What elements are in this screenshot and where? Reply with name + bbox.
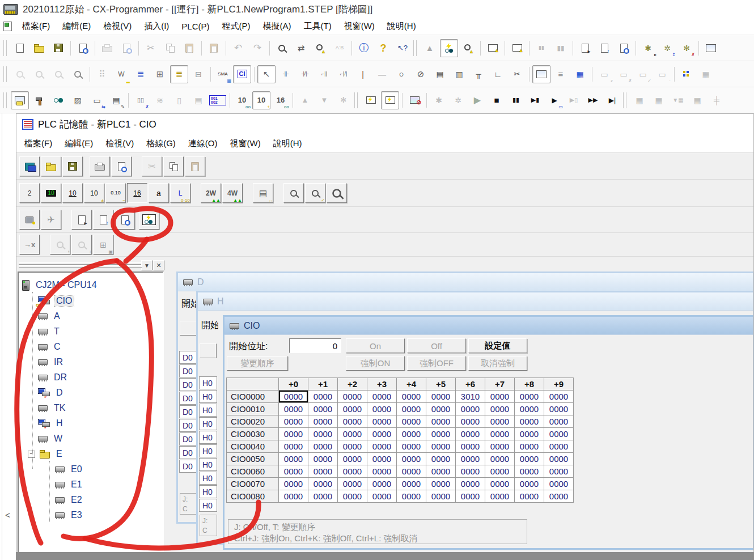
memory-cell[interactable]: 0000 bbox=[397, 453, 426, 465]
memory-cell[interactable]: 0000 bbox=[515, 465, 544, 478]
menu-item-3[interactable]: 檢視(V) bbox=[100, 137, 139, 151]
address-find-button[interactable]: ⊞▣ bbox=[93, 235, 113, 254]
cross-reference-button[interactable]: ▨ bbox=[69, 91, 87, 109]
pause-sim-button[interactable]: ▮▮ bbox=[507, 91, 525, 109]
address-reference-button[interactable]: ▭⇆ bbox=[88, 91, 106, 109]
memory-cell[interactable]: 0000 bbox=[367, 403, 397, 415]
plc-memory-titlebar[interactable]: PLC 記憶體 - 新PLC1 - CIO bbox=[16, 114, 753, 134]
collapse-toggle-icon[interactable]: − bbox=[28, 451, 35, 458]
memory-cell-stub[interactable]: D0 bbox=[179, 378, 197, 391]
memory-cell[interactable]: 0000 bbox=[397, 415, 426, 428]
menu-item-6[interactable]: 視窗(W) bbox=[224, 137, 266, 151]
menu-item-6[interactable]: 程式(P) bbox=[217, 19, 256, 33]
memory-cell[interactable]: 0000 bbox=[485, 428, 515, 440]
memory-cell[interactable]: 0000 bbox=[426, 428, 456, 440]
memory-cell[interactable]: 0000 bbox=[456, 453, 485, 465]
cut-button[interactable]: ✂ bbox=[142, 39, 160, 57]
memory-cell[interactable]: 0000 bbox=[485, 403, 515, 415]
debug-mode-button[interactable] bbox=[484, 39, 502, 57]
menu-item-4[interactable]: 插入(I) bbox=[138, 19, 175, 33]
verify-button[interactable] bbox=[615, 39, 633, 57]
new-closed-or-contact-button[interactable]: ⌐|/| bbox=[334, 65, 353, 83]
copy-button[interactable] bbox=[161, 39, 179, 57]
memory-cell[interactable]: 0000 bbox=[515, 490, 544, 503]
binary-display-button[interactable]: 001 002 bbox=[209, 91, 227, 109]
memory-cell[interactable]: 0000 bbox=[308, 440, 338, 453]
memory-cell[interactable]: 0000 bbox=[338, 478, 367, 490]
memory-cell[interactable]: 0000 bbox=[397, 440, 426, 453]
memory-cell[interactable]: 0000 bbox=[456, 415, 485, 428]
memory-cell[interactable]: 0000 bbox=[456, 428, 485, 440]
text-button[interactable]: a bbox=[149, 183, 169, 203]
memory-cell[interactable]: 0000 bbox=[308, 391, 338, 403]
memory-cell[interactable]: 0000 bbox=[338, 403, 367, 415]
close-panel-button[interactable]: ✕ bbox=[153, 260, 164, 270]
memory-cell[interactable]: 0000 bbox=[367, 465, 397, 478]
memory-cell[interactable]: 0000 bbox=[426, 465, 456, 478]
memory-cell-stub[interactable]: D0 bbox=[179, 432, 197, 446]
menu-item-1[interactable]: 檔案(F) bbox=[16, 19, 56, 33]
memory-cell[interactable]: 0000 bbox=[485, 465, 515, 478]
menu-item-7[interactable]: 模擬(A) bbox=[257, 19, 297, 33]
memory-cell[interactable]: 0000 bbox=[367, 478, 397, 490]
workspace-toggle-button[interactable] bbox=[11, 91, 29, 109]
help-button[interactable]: ? bbox=[374, 39, 392, 57]
row-label[interactable]: CIO0030 bbox=[227, 428, 279, 440]
memory-cell[interactable]: 0000 bbox=[515, 453, 544, 465]
monitor-button[interactable] bbox=[139, 210, 159, 230]
context-help-button[interactable]: ↖? bbox=[393, 39, 412, 57]
menu-item-5[interactable]: PLC(P) bbox=[176, 20, 215, 33]
switch-memory-view-button[interactable] bbox=[19, 156, 40, 176]
tree-item-h[interactable]: ✓H bbox=[38, 417, 65, 430]
new-closed-contact-button[interactable]: -|/|- bbox=[296, 65, 314, 83]
binary-button[interactable]: 2 bbox=[19, 183, 40, 203]
tree-root-cpu[interactable]: CJ2M - CPU14 bbox=[22, 278, 99, 292]
new-block-button[interactable]: ╥ bbox=[469, 65, 488, 83]
transfer-to-plc-button[interactable] bbox=[71, 210, 92, 230]
force-off-button[interactable]: ▼ bbox=[315, 91, 333, 109]
open-button[interactable] bbox=[30, 39, 48, 57]
memory-cell[interactable]: 0000 bbox=[456, 490, 485, 503]
on-button[interactable]: On bbox=[346, 338, 405, 353]
memory-cell[interactable]: 0000 bbox=[544, 478, 574, 490]
print-preview-button[interactable] bbox=[117, 39, 135, 57]
step-in-button[interactable]: ▶▭ bbox=[545, 91, 564, 109]
compile-check-button[interactable] bbox=[74, 39, 92, 57]
row-label[interactable]: CIO0070 bbox=[227, 478, 279, 490]
hex-button[interactable]: 16 bbox=[127, 183, 147, 203]
memory-cell[interactable]: 0000 bbox=[279, 403, 308, 415]
memory-cell[interactable]: 0000 bbox=[397, 391, 426, 403]
watch-window-button[interactable] bbox=[49, 91, 67, 109]
memory-cell[interactable]: 0000 bbox=[456, 440, 485, 453]
ci-window-button[interactable]: CI bbox=[233, 65, 251, 83]
grid-toggle-button[interactable]: ⠿ bbox=[93, 65, 111, 83]
column-header[interactable]: +8 bbox=[515, 378, 544, 391]
plc-monitor-button[interactable] bbox=[362, 91, 380, 109]
work-online-button[interactable] bbox=[440, 39, 458, 57]
new-or-contact-button[interactable]: ⌐|| bbox=[315, 65, 333, 83]
monitor-hex-button[interactable]: 16oo bbox=[272, 91, 290, 109]
memory-cell[interactable]: 0000 bbox=[515, 391, 544, 403]
menu-item-7[interactable]: 說明(H) bbox=[268, 137, 308, 151]
open-button[interactable] bbox=[41, 156, 61, 176]
force-cancel-button[interactable]: ✻ bbox=[334, 91, 353, 109]
pause-monitoring-button[interactable]: ▮▮ bbox=[532, 39, 550, 57]
memory-cell-stub[interactable]: D0 bbox=[179, 364, 197, 377]
memory-cell-stub[interactable]: H0 bbox=[199, 390, 217, 403]
force-find-next-button[interactable]: ↓ bbox=[71, 235, 92, 254]
button-stub[interactable] bbox=[200, 343, 217, 358]
menu-item-2[interactable]: 編輯(E) bbox=[57, 19, 96, 33]
print-button[interactable] bbox=[90, 156, 110, 176]
rung-comment-button[interactable]: W▂ bbox=[112, 65, 130, 83]
properties-button[interactable]: ▤✎ bbox=[107, 91, 125, 109]
print-preview-button[interactable] bbox=[111, 156, 132, 176]
memory-cell-stub[interactable]: H0 bbox=[199, 444, 217, 457]
new-closed-coil-button[interactable]: ⊘ bbox=[412, 65, 430, 83]
memory-cell[interactable]: 0000 bbox=[338, 490, 367, 503]
cancel-force-button[interactable]: 取消強制 bbox=[468, 356, 527, 371]
memory-cell[interactable]: 0000 bbox=[397, 403, 426, 415]
tree-item-e3[interactable]: E3 bbox=[55, 508, 84, 522]
memory-cell-stub[interactable]: D0 bbox=[179, 351, 197, 364]
memory-cell[interactable]: 0000 bbox=[485, 391, 515, 403]
row-label[interactable]: CIO0010 bbox=[227, 403, 279, 415]
